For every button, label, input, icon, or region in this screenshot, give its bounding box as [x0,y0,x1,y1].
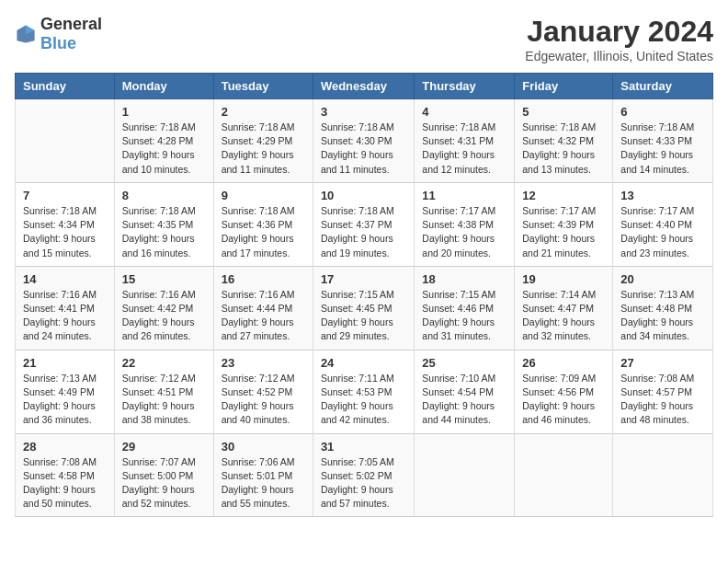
calendar-cell: 31 Sunrise: 7:05 AMSunset: 5:02 PMDaylig… [313,433,414,517]
calendar-cell: 18 Sunrise: 7:15 AMSunset: 4:46 PMDaylig… [415,266,515,350]
logo-blue: Blue [40,34,76,52]
day-number: 10 [321,189,406,202]
calendar-cell: 13 Sunrise: 7:17 AMSunset: 4:40 PMDaylig… [613,182,713,266]
cell-info: Sunrise: 7:18 AMSunset: 4:37 PMDaylight:… [321,205,394,259]
calendar-cell: 14 Sunrise: 7:16 AMSunset: 4:41 PMDaylig… [16,266,115,350]
calendar-cell: 22 Sunrise: 7:12 AMSunset: 4:51 PMDaylig… [114,350,213,433]
cell-info: Sunrise: 7:18 AMSunset: 4:30 PMDaylight:… [321,121,394,175]
week-row-3: 14 Sunrise: 7:16 AMSunset: 4:41 PMDaylig… [16,266,713,350]
day-number: 31 [321,440,406,454]
calendar-cell: 3 Sunrise: 7:18 AMSunset: 4:30 PMDayligh… [313,99,414,183]
calendar-cell: 30 Sunrise: 7:06 AMSunset: 5:01 PMDaylig… [213,433,313,517]
calendar-cell: 24 Sunrise: 7:11 AMSunset: 4:53 PMDaylig… [313,350,414,433]
header-sunday: Sunday [16,74,115,99]
day-number: 12 [522,189,605,202]
cell-info: Sunrise: 7:18 AMSunset: 4:31 PMDaylight:… [422,121,495,175]
calendar-cell: 6 Sunrise: 7:18 AMSunset: 4:33 PMDayligh… [613,99,713,183]
week-row-1: 1 Sunrise: 7:18 AMSunset: 4:28 PMDayligh… [16,99,713,183]
title-block: January 2024 Edgewater, Illinois, United… [525,15,713,63]
calendar-cell [415,433,515,517]
day-number: 22 [122,356,206,370]
cell-info: Sunrise: 7:18 AMSunset: 4:36 PMDaylight:… [222,205,295,259]
cell-info: Sunrise: 7:12 AMSunset: 4:52 PMDaylight:… [222,373,295,426]
header-tuesday: Tuesday [213,74,313,99]
cell-info: Sunrise: 7:09 AMSunset: 4:56 PMDaylight:… [522,373,596,426]
calendar-cell: 5 Sunrise: 7:18 AMSunset: 4:32 PMDayligh… [515,99,613,183]
day-number: 23 [222,356,305,370]
calendar-cell: 25 Sunrise: 7:10 AMSunset: 4:54 PMDaylig… [415,350,515,433]
cell-info: Sunrise: 7:18 AMSunset: 4:29 PMDaylight:… [222,121,295,175]
header-wednesday: Wednesday [313,74,414,99]
calendar-cell: 27 Sunrise: 7:08 AMSunset: 4:57 PMDaylig… [613,350,713,433]
cell-info: Sunrise: 7:18 AMSunset: 4:28 PMDaylight:… [122,121,196,175]
header-monday: Monday [114,74,213,99]
logo-text: General Blue [40,15,102,53]
day-number: 17 [321,272,406,286]
calendar-cell: 11 Sunrise: 7:17 AMSunset: 4:38 PMDaylig… [415,182,515,266]
calendar-title: January 2024 [525,15,713,49]
calendar-cell: 28 Sunrise: 7:08 AMSunset: 4:58 PMDaylig… [16,433,115,517]
header-thursday: Thursday [415,74,515,99]
week-row-5: 28 Sunrise: 7:08 AMSunset: 4:58 PMDaylig… [16,433,713,517]
calendar-cell: 7 Sunrise: 7:18 AMSunset: 4:34 PMDayligh… [16,182,115,266]
cell-info: Sunrise: 7:17 AMSunset: 4:40 PMDaylight:… [620,205,694,259]
cell-info: Sunrise: 7:18 AMSunset: 4:35 PMDaylight:… [122,205,196,259]
cell-info: Sunrise: 7:18 AMSunset: 4:32 PMDaylight:… [522,121,596,175]
calendar-cell: 2 Sunrise: 7:18 AMSunset: 4:29 PMDayligh… [213,99,313,183]
calendar-table: SundayMondayTuesdayWednesdayThursdayFrid… [15,73,713,517]
calendar-cell: 15 Sunrise: 7:16 AMSunset: 4:42 PMDaylig… [114,266,213,350]
logo: General Blue [15,15,102,53]
calendar-cell: 12 Sunrise: 7:17 AMSunset: 4:39 PMDaylig… [515,182,613,266]
day-number: 9 [222,189,305,202]
day-number: 1 [122,105,206,119]
cell-info: Sunrise: 7:08 AMSunset: 4:58 PMDaylight:… [23,456,97,510]
day-number: 11 [422,189,506,202]
cell-info: Sunrise: 7:17 AMSunset: 4:38 PMDaylight:… [422,205,495,259]
week-row-2: 7 Sunrise: 7:18 AMSunset: 4:34 PMDayligh… [16,182,713,266]
header-saturday: Saturday [613,74,713,99]
day-number: 16 [222,272,305,286]
cell-info: Sunrise: 7:14 AMSunset: 4:47 PMDaylight:… [522,289,596,342]
cell-info: Sunrise: 7:05 AMSunset: 5:02 PMDaylight:… [321,456,394,510]
calendar-cell: 19 Sunrise: 7:14 AMSunset: 4:47 PMDaylig… [515,266,613,350]
cell-info: Sunrise: 7:16 AMSunset: 4:44 PMDaylight:… [222,289,295,342]
calendar-subtitle: Edgewater, Illinois, United States [525,49,713,63]
calendar-cell: 9 Sunrise: 7:18 AMSunset: 4:36 PMDayligh… [213,182,313,266]
day-number: 20 [620,272,705,286]
day-number: 5 [522,105,605,119]
calendar-cell [613,433,713,517]
cell-info: Sunrise: 7:16 AMSunset: 4:41 PMDaylight:… [23,289,97,342]
cell-info: Sunrise: 7:08 AMSunset: 4:57 PMDaylight:… [620,373,694,426]
day-number: 28 [23,440,107,454]
calendar-header-row: SundayMondayTuesdayWednesdayThursdayFrid… [16,74,713,99]
calendar-cell: 29 Sunrise: 7:07 AMSunset: 5:00 PMDaylig… [114,433,213,517]
cell-info: Sunrise: 7:06 AMSunset: 5:01 PMDaylight:… [222,456,295,510]
calendar-cell [515,433,613,517]
day-number: 27 [620,356,705,370]
week-row-4: 21 Sunrise: 7:13 AMSunset: 4:49 PMDaylig… [16,350,713,433]
calendar-cell: 17 Sunrise: 7:15 AMSunset: 4:45 PMDaylig… [313,266,414,350]
cell-info: Sunrise: 7:07 AMSunset: 5:00 PMDaylight:… [122,456,196,510]
cell-info: Sunrise: 7:18 AMSunset: 4:34 PMDaylight:… [23,205,97,259]
calendar-cell: 8 Sunrise: 7:18 AMSunset: 4:35 PMDayligh… [114,182,213,266]
day-number: 24 [321,356,406,370]
day-number: 8 [122,189,206,202]
day-number: 26 [522,356,605,370]
day-number: 30 [222,440,305,454]
day-number: 21 [23,356,107,370]
day-number: 19 [522,272,605,286]
calendar-cell: 10 Sunrise: 7:18 AMSunset: 4:37 PMDaylig… [313,182,414,266]
day-number: 3 [321,105,406,119]
calendar-cell: 26 Sunrise: 7:09 AMSunset: 4:56 PMDaylig… [515,350,613,433]
cell-info: Sunrise: 7:15 AMSunset: 4:45 PMDaylight:… [321,289,394,342]
day-number: 29 [122,440,206,454]
header-friday: Friday [515,74,613,99]
cell-info: Sunrise: 7:12 AMSunset: 4:51 PMDaylight:… [122,373,196,426]
logo-general: General [40,15,102,33]
day-number: 25 [422,356,506,370]
day-number: 6 [620,105,705,119]
cell-info: Sunrise: 7:15 AMSunset: 4:46 PMDaylight:… [422,289,495,342]
cell-info: Sunrise: 7:13 AMSunset: 4:49 PMDaylight:… [23,373,97,426]
day-number: 13 [620,189,705,202]
day-number: 2 [222,105,305,119]
